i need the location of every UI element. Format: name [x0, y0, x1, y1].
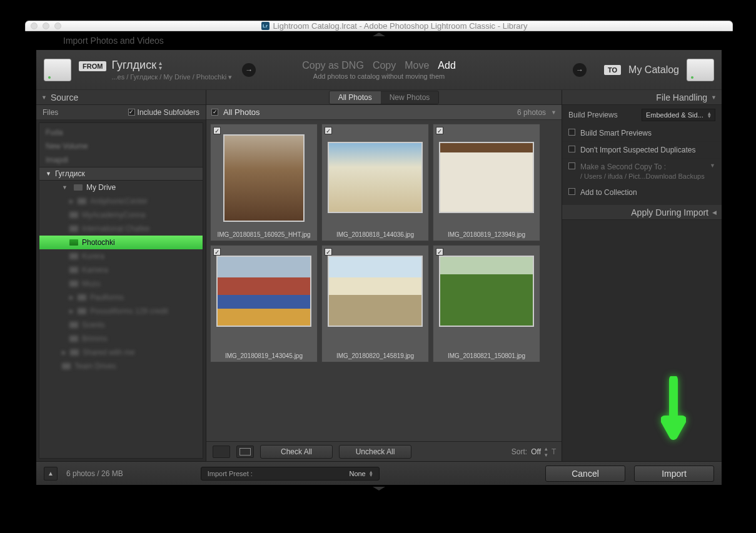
tree-folder[interactable]: ▶AntiphonicCenter: [39, 194, 203, 208]
chevron-updown-icon: ▴▾: [545, 446, 548, 458]
sort-value[interactable]: Off: [531, 447, 541, 456]
import-button[interactable]: Import: [634, 466, 714, 482]
photo-checkbox[interactable]: ✓: [325, 127, 332, 134]
photo-filename: IMG_20180820_145819.jpg: [322, 350, 428, 362]
filter-new-photos[interactable]: New Photos: [381, 91, 439, 104]
thumbnail-size-label: T: [552, 447, 555, 456]
photo-cell[interactable]: ✓IMG_20180815_160925_HHT.jpg: [210, 124, 318, 241]
build-previews-row: Build Previews Embedded & Sid... ▴▾: [562, 105, 722, 125]
tree-volume-selected[interactable]: ▼ Гуглдиск: [39, 167, 203, 181]
tree-folder[interactable]: Scents: [39, 318, 203, 332]
apply-during-import-header[interactable]: Apply During Import◀: [562, 205, 722, 220]
build-smart-previews-row[interactable]: Build Smart Previews: [562, 125, 722, 142]
action-add[interactable]: Add: [438, 60, 455, 71]
hidden-header-text: Import Photos and Videos: [63, 36, 164, 46]
tree-folder[interactable]: Team Drives: [39, 359, 203, 373]
add-to-collection-checkbox[interactable]: [568, 188, 575, 195]
photo-checkbox[interactable]: ✓: [213, 248, 221, 256]
action-copy-as-dng[interactable]: Copy as DNG: [302, 60, 364, 71]
photo-cell[interactable]: ✓IMG_20180818_144036.jpg: [321, 124, 429, 241]
second-copy-checkbox[interactable]: [568, 162, 575, 169]
photo-cell[interactable]: ✓IMG_20180819_123949.jpg: [433, 124, 540, 241]
tree-volume[interactable]: New Volume: [39, 139, 203, 153]
check-all-button[interactable]: Check All: [260, 445, 333, 459]
photo-thumbnail[interactable]: [439, 256, 534, 327]
uncheck-all-button[interactable]: Uncheck All: [339, 445, 411, 459]
action-move[interactable]: Move: [405, 60, 429, 71]
photo-thumbnail[interactable]: [328, 256, 423, 327]
tree-volume[interactable]: Imapdi: [39, 153, 203, 167]
window-title: Lr Lightroom Catalog.lrcat - Adobe Photo…: [61, 21, 727, 31]
triangle-down-icon: ▼: [710, 162, 715, 169]
triangle-left-icon: ◀: [712, 209, 717, 216]
import-preset-select[interactable]: Import Preset : None ▴▾: [201, 467, 380, 481]
tree-folder[interactable]: Kamera: [39, 263, 203, 277]
smart-previews-checkbox[interactable]: [568, 129, 575, 136]
add-to-collection-row[interactable]: Add to Collection: [562, 184, 722, 201]
tree-folder-selected[interactable]: Photochki: [39, 236, 203, 249]
photo-checkbox[interactable]: ✓: [436, 127, 443, 134]
triangle-down-icon[interactable]: ▼: [551, 109, 557, 116]
tree-folder[interactable]: MyAcademyConna: [39, 208, 203, 222]
destination-drive-icon: [687, 59, 714, 81]
tree-folder[interactable]: Kurera: [39, 249, 203, 263]
window-titlebar: Lr Lightroom Catalog.lrcat - Adobe Photo…: [25, 21, 733, 31]
photo-thumbnail[interactable]: [328, 142, 423, 213]
dialog-footer: ▲ 6 photos / 26 MB Import Preset : None …: [36, 461, 722, 485]
photo-thumbnail[interactable]: [439, 142, 534, 213]
thumbnail-grid[interactable]: ✓IMG_20180815_160925_HHT.jpg✓IMG_2018081…: [206, 120, 562, 441]
grid-view-button[interactable]: [213, 446, 230, 458]
select-all-checkbox[interactable]: [211, 109, 218, 116]
close-window[interactable]: [31, 22, 38, 29]
photo-checkbox[interactable]: ✓: [213, 127, 221, 134]
destination-arrow-icon[interactable]: →: [573, 63, 587, 77]
build-previews-select[interactable]: Embedded & Sid... ▴▾: [642, 109, 715, 121]
photo-cell[interactable]: ✓IMG_20180819_143045.jpg: [210, 245, 318, 362]
filter-all-photos[interactable]: All Photos: [330, 91, 381, 104]
tree-folder-mydrive[interactable]: ▼ My Drive: [39, 181, 203, 194]
cancel-button[interactable]: Cancel: [545, 466, 625, 482]
top-expand-chevron-icon[interactable]: [373, 32, 385, 36]
source-path[interactable]: ...es / Гуглдиск / My Drive / Photochki …: [111, 73, 232, 81]
photo-checkbox[interactable]: ✓: [325, 248, 332, 256]
source-tree[interactable]: Fuda New Volume Imapdi ▼ Гуглдиск ▼ My D…: [39, 122, 203, 459]
grid-toolbar: Check All Uncheck All Sort: Off ▴▾ T: [206, 441, 562, 461]
second-copy-row[interactable]: Make a Second Copy To : / Users / ifuda …: [562, 159, 722, 184]
settings-panel: File Handling▼ Build Previews Embedded &…: [562, 90, 722, 461]
bottom-expand-chevron-icon[interactable]: [373, 487, 385, 491]
source-panel-header[interactable]: ▼ Source: [36, 90, 206, 105]
tree-folder[interactable]: ▶Possoliforms 129 credit: [39, 304, 203, 318]
build-previews-label: Build Previews: [568, 111, 618, 119]
source-name[interactable]: Гуглдиск▴▾: [111, 59, 232, 72]
photo-checkbox[interactable]: ✓: [436, 248, 443, 256]
second-copy-path: / Users / ifuda / Pict...Download Backup…: [580, 172, 705, 180]
loupe-view-button[interactable]: [236, 446, 254, 458]
file-handling-header[interactable]: File Handling▼: [562, 90, 722, 105]
photo-cell[interactable]: ✓IMG_20180820_145819.jpg: [321, 245, 429, 362]
minimize-window[interactable]: [43, 22, 49, 29]
photo-filename: IMG_20180821_150801.jpg: [433, 350, 540, 362]
sort-label: Sort:: [512, 447, 527, 456]
photo-count: 6 photos: [517, 108, 546, 117]
tree-folder[interactable]: International Chafee: [39, 222, 203, 236]
tree-volume[interactable]: Fuda: [39, 126, 203, 139]
include-subfolders-checkbox[interactable]: [128, 109, 135, 116]
photo-thumbnail[interactable]: [223, 134, 305, 222]
all-photos-bar[interactable]: All Photos 6 photos ▼: [206, 105, 562, 120]
minimize-panel-button[interactable]: ▲: [44, 467, 58, 481]
from-badge: FROM: [79, 61, 106, 71]
source-arrow-icon[interactable]: →: [242, 63, 256, 77]
tree-folder[interactable]: Muzu: [39, 277, 203, 291]
files-row: Files Include Subfolders: [36, 105, 206, 120]
photo-cell[interactable]: ✓IMG_20180821_150801.jpg: [433, 245, 540, 362]
no-duplicates-row[interactable]: Don't Import Suspected Duplicates: [562, 142, 722, 159]
tree-folder[interactable]: ▶Shared with me: [39, 346, 203, 359]
zoom-window[interactable]: [54, 22, 61, 29]
action-copy[interactable]: Copy: [373, 60, 396, 71]
tree-folder[interactable]: ▶Paulforms: [39, 291, 203, 304]
destination-name[interactable]: My Catalog: [628, 64, 679, 76]
tree-folder[interactable]: Brimms: [39, 332, 203, 346]
no-duplicates-checkbox[interactable]: [568, 146, 575, 152]
photo-thumbnail[interactable]: [216, 256, 311, 327]
source-drive-icon: [44, 59, 71, 81]
